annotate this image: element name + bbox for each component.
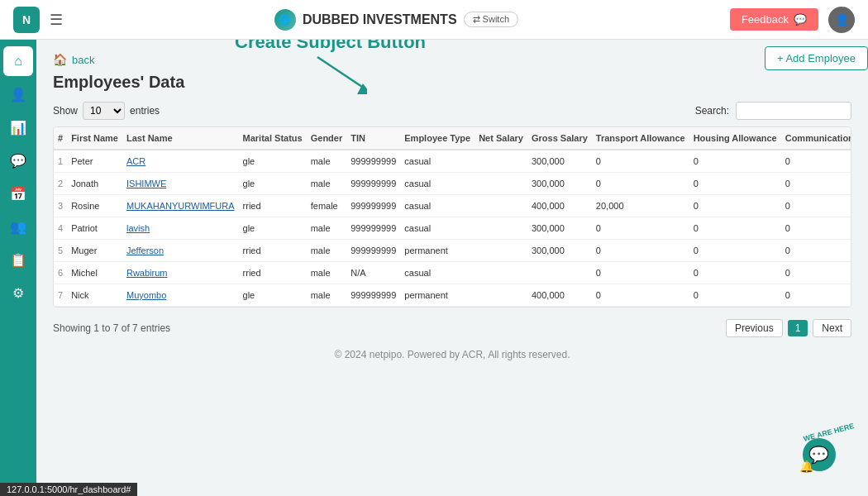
employees-table-wrapper: # First Name Last Name Marital Status Ge… bbox=[53, 126, 851, 308]
cell-last-name: ISHIMWE bbox=[122, 173, 239, 195]
col-marital: Marital Status bbox=[239, 127, 307, 150]
show-entries-control: Show 10 25 50 100 entries bbox=[53, 102, 160, 120]
pagination-controls: Previous 1 Next bbox=[726, 319, 851, 337]
cell-housing: 0 bbox=[689, 195, 781, 217]
sidebar-item-chart[interactable]: 📊 bbox=[3, 112, 33, 142]
sidebar-item-person[interactable]: 👤 bbox=[3, 79, 33, 109]
breadcrumb[interactable]: 🏠 back bbox=[53, 53, 851, 66]
chat-bubble[interactable]: WE ARE HERE 💬 🔔 bbox=[803, 428, 855, 471]
cell-gross-salary: 300,000 bbox=[527, 173, 592, 195]
table-row: 7 Nick Muyombo gle male 999999999 perman… bbox=[54, 284, 851, 307]
entries-label: entries bbox=[130, 105, 160, 117]
col-first-name: First Name bbox=[67, 127, 122, 150]
cell-comm: 0 bbox=[781, 195, 851, 217]
cell-tin: 999999999 bbox=[346, 284, 400, 307]
search-input[interactable] bbox=[736, 102, 851, 120]
back-link[interactable]: back bbox=[72, 54, 94, 66]
col-gross-salary: Gross Salary bbox=[527, 127, 592, 150]
sidebar-item-calendar[interactable]: 📅 bbox=[3, 179, 33, 208]
employees-table: # First Name Last Name Marital Status Ge… bbox=[54, 127, 851, 307]
table-row: 3 Rosine MUKAHANYURWIMFURA rried female … bbox=[54, 195, 851, 217]
cell-id: 1 bbox=[54, 150, 67, 173]
sidebar: ⌂ 👤 📊 💬 📅 👥 📋 ⚙ bbox=[0, 40, 36, 496]
current-page[interactable]: 1 bbox=[788, 320, 808, 336]
cell-first-name: Patriot bbox=[67, 217, 122, 240]
cell-tin: 999999999 bbox=[346, 217, 400, 240]
cell-housing: 0 bbox=[689, 240, 781, 262]
brand-name: DUBBED INVESTMENTS bbox=[303, 12, 457, 27]
cell-id: 5 bbox=[54, 240, 67, 262]
cell-id: 4 bbox=[54, 217, 67, 240]
cell-transport: 0 bbox=[592, 284, 689, 307]
cell-gender: male bbox=[307, 150, 347, 173]
footer: © 2024 netpipo. Powered by ACR, All righ… bbox=[53, 341, 851, 369]
cell-last-name: Rwabirum bbox=[122, 262, 239, 284]
home-icon: 🏠 bbox=[53, 53, 67, 66]
previous-page-button[interactable]: Previous bbox=[726, 319, 783, 337]
cell-last-name: Jefferson bbox=[122, 240, 239, 262]
sidebar-item-home[interactable]: ⌂ bbox=[3, 46, 33, 76]
cell-gross-salary: 300,000 bbox=[527, 150, 592, 173]
hamburger-menu[interactable]: ☰ bbox=[50, 11, 63, 29]
cell-emp-type: permanent bbox=[400, 240, 475, 262]
cell-gender: male bbox=[307, 217, 347, 240]
main-content: 🏠 back Employees' Data Create Subject Bu… bbox=[36, 40, 868, 496]
cell-gross-salary: 400,000 bbox=[527, 284, 592, 307]
cell-comm: 0 bbox=[781, 284, 851, 307]
cell-first-name: Muger bbox=[67, 240, 122, 262]
cell-transport: 0 bbox=[592, 217, 689, 240]
cell-net-salary bbox=[475, 195, 527, 217]
page-title: Employees' Data bbox=[53, 73, 851, 92]
cell-first-name: Peter bbox=[67, 150, 122, 173]
cell-marital: rried bbox=[239, 240, 307, 262]
cell-comm: 0 bbox=[781, 173, 851, 195]
cell-gross-salary: 300,000 bbox=[527, 240, 592, 262]
cell-emp-type: casual bbox=[400, 195, 475, 217]
pagination-wrapper: Showing 1 to 7 of 7 entries Previous 1 N… bbox=[53, 316, 851, 341]
cell-housing: 0 bbox=[689, 217, 781, 240]
cell-marital: rried bbox=[239, 262, 307, 284]
sidebar-item-message[interactable]: 💬 bbox=[3, 145, 33, 175]
cell-id: 3 bbox=[54, 195, 67, 217]
feedback-button[interactable]: Feedback 💬 bbox=[730, 8, 818, 31]
table-controls: Show 10 25 50 100 entries Search: bbox=[53, 102, 851, 120]
cell-emp-type: casual bbox=[400, 173, 475, 195]
cell-comm: 0 bbox=[781, 150, 851, 173]
cell-net-salary bbox=[475, 150, 527, 173]
search-label: Search: bbox=[695, 105, 729, 117]
cell-net-salary bbox=[475, 240, 527, 262]
cell-housing: 0 bbox=[689, 284, 781, 307]
cell-emp-type: casual bbox=[400, 262, 475, 284]
sidebar-item-clipboard[interactable]: 📋 bbox=[3, 245, 33, 274]
cell-net-salary bbox=[475, 284, 527, 307]
table-row: 1 Peter ACR gle male 999999999 casual 30… bbox=[54, 150, 851, 173]
col-last-name: Last Name bbox=[122, 127, 239, 150]
cell-emp-type: casual bbox=[400, 150, 475, 173]
sidebar-item-settings[interactable]: ⚙ bbox=[3, 278, 33, 308]
cell-last-name: lavish bbox=[122, 217, 239, 240]
col-housing: Housing Allowance bbox=[689, 127, 781, 150]
cell-transport: 0 bbox=[592, 150, 689, 173]
col-id: # bbox=[54, 127, 67, 150]
col-transport: Transport Allowance bbox=[592, 127, 689, 150]
table-row: 5 Muger Jefferson rried male 999999999 p… bbox=[54, 240, 851, 262]
cell-tin: 999999999 bbox=[346, 195, 400, 217]
top-navigation: N ☰ 🌐 DUBBED INVESTMENTS ⇄ Switch Feedba… bbox=[0, 0, 868, 40]
cell-first-name: Michel bbox=[67, 262, 122, 284]
cell-comm: 0 bbox=[781, 240, 851, 262]
switch-button[interactable]: ⇄ Switch bbox=[464, 12, 518, 27]
next-page-button[interactable]: Next bbox=[813, 319, 851, 337]
cell-last-name: MUKAHANYURWIMFURA bbox=[122, 195, 239, 217]
cell-gender: male bbox=[307, 284, 347, 307]
cell-transport: 20,000 bbox=[592, 195, 689, 217]
add-employee-button[interactable]: + Add Employee bbox=[765, 46, 868, 70]
cell-transport: 0 bbox=[592, 240, 689, 262]
brand-area: 🌐 DUBBED INVESTMENTS ⇄ Switch bbox=[63, 9, 730, 31]
sidebar-item-group[interactable]: 👥 bbox=[3, 212, 33, 241]
user-avatar[interactable]: 👤 bbox=[828, 7, 855, 33]
cell-tin: 999999999 bbox=[346, 150, 400, 173]
entries-select[interactable]: 10 25 50 100 bbox=[83, 102, 125, 120]
cell-net-salary bbox=[475, 262, 527, 284]
cell-gender: male bbox=[307, 240, 347, 262]
cell-gender: female bbox=[307, 195, 347, 217]
